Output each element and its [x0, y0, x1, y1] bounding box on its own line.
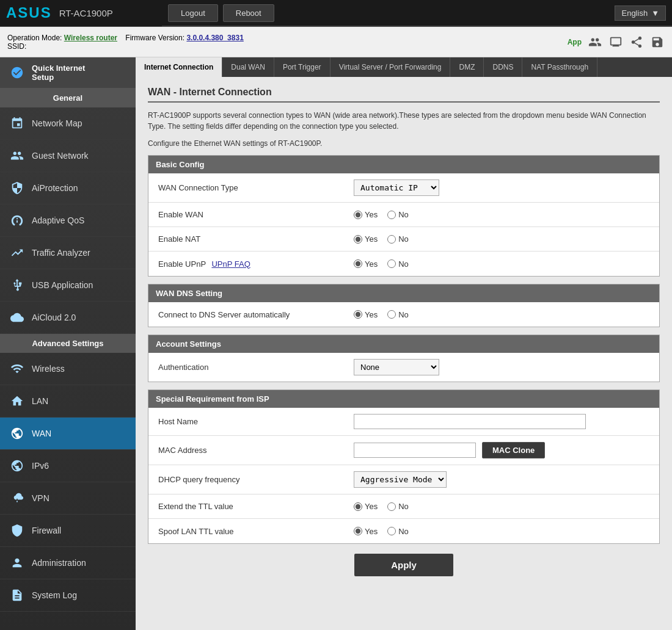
extend-ttl-yes-radio[interactable]	[354, 502, 362, 511]
enable-nat-control: Yes No	[354, 234, 649, 244]
sidebar-item-guest-network[interactable]: Guest Network	[0, 140, 136, 172]
spoof-ttl-yes[interactable]: Yes	[354, 527, 378, 536]
sidebar-item-adaptive-qos[interactable]: Adaptive QoS	[0, 205, 136, 237]
wan-icon	[9, 425, 26, 442]
apply-btn-bar: Apply	[148, 544, 660, 586]
sidebar-item-traffic-analyzer[interactable]: Traffic Analyzer	[0, 237, 136, 269]
sidebar-item-ipv6[interactable]: IPv6	[0, 450, 136, 482]
administration-label: Administration	[32, 558, 86, 568]
dhcp-query-row: DHCP query frequency Aggressive Mode Nor…	[148, 465, 659, 494]
header: ASUS RT-AC1900P Logout Reboot English ▼	[0, 0, 672, 27]
people-icon[interactable]	[588, 35, 602, 49]
wireless-label: Wireless	[32, 364, 65, 374]
mac-address-row: MAC Address MAC Clone	[148, 436, 659, 465]
wan-label: WAN	[32, 429, 51, 438]
host-name-input[interactable]	[354, 414, 586, 429]
authentication-select[interactable]: None PAP CHAP MS-CHAP MS-CHAPv2	[354, 359, 439, 375]
language-selector[interactable]: English ▼	[615, 5, 666, 21]
upnp-faq-link[interactable]: UPnP FAQ	[211, 259, 250, 269]
general-section-header: General	[0, 89, 136, 107]
tab-virtual-server[interactable]: Virtual Server / Port Forwarding	[331, 57, 451, 77]
authentication-control: None PAP CHAP MS-CHAP MS-CHAPv2	[354, 359, 649, 375]
sidebar-item-quick-setup[interactable]: Quick InternetSetup	[0, 57, 136, 89]
enable-wan-yes[interactable]: Yes	[354, 210, 378, 219]
dns-auto-row: Connect to DNS Server automatically Yes …	[148, 302, 659, 327]
firmware-version-link[interactable]: 3.0.0.4.380_3831	[186, 34, 243, 42]
host-name-label: Host Name	[158, 417, 354, 426]
enable-nat-no-radio[interactable]	[387, 235, 396, 244]
dns-auto-no[interactable]: No	[387, 310, 409, 319]
dhcp-query-select[interactable]: Aggressive Mode Normal Mode	[354, 471, 447, 488]
tabs-bar: Internet Connection Dual WAN Port Trigge…	[136, 57, 672, 77]
enable-wan-no-radio[interactable]	[387, 211, 396, 219]
tab-dmz[interactable]: DMZ	[450, 57, 484, 77]
operation-mode-link[interactable]: Wireless router	[64, 34, 117, 42]
sidebar-item-vpn[interactable]: VPN	[0, 482, 136, 515]
quick-setup-label: Quick InternetSetup	[32, 63, 85, 82]
spoof-ttl-label: Spoof LAN TTL value	[158, 527, 354, 536]
enable-nat-radio-group: Yes No	[354, 234, 409, 244]
mac-address-input[interactable]	[354, 443, 476, 458]
enable-upnp-no-radio[interactable]	[387, 259, 396, 268]
extend-ttl-no[interactable]: No	[387, 502, 409, 511]
header-buttons: Logout Reboot	[162, 4, 280, 22]
sidebar-item-wireless[interactable]: Wireless	[0, 353, 136, 385]
enable-upnp-label: Enable UPnP UPnP FAQ	[158, 259, 354, 269]
reboot-button[interactable]: Reboot	[223, 4, 274, 22]
dns-auto-control: Yes No	[354, 310, 649, 319]
sidebar-item-network-map[interactable]: Network Map	[0, 107, 136, 140]
top-icons: App	[568, 35, 665, 49]
share-icon[interactable]	[629, 35, 644, 49]
extend-ttl-yes[interactable]: Yes	[354, 502, 378, 511]
enable-wan-control: Yes No	[354, 210, 649, 219]
sidebar-item-aiprotection[interactable]: AiProtection	[0, 172, 136, 205]
tab-port-trigger[interactable]: Port Trigger	[274, 57, 331, 77]
tab-ddns[interactable]: DDNS	[484, 57, 522, 77]
sidebar-item-system-log[interactable]: System Log	[0, 579, 136, 612]
tab-nat-passthrough[interactable]: NAT Passthrough	[522, 57, 597, 77]
extend-ttl-no-radio[interactable]	[387, 502, 396, 511]
basic-config-body: WAN Connection Type Automatic IP PPPoE P…	[148, 173, 659, 276]
logout-button[interactable]: Logout	[168, 4, 218, 22]
sidebar-item-administration[interactable]: Administration	[0, 547, 136, 579]
enable-wan-yes-radio[interactable]	[354, 211, 362, 219]
tab-dual-wan[interactable]: Dual WAN	[222, 57, 274, 77]
enable-upnp-yes-radio[interactable]	[354, 259, 362, 268]
sidebar-item-firewall[interactable]: Firewall	[0, 515, 136, 547]
wan-connection-type-control: Automatic IP PPPoE PPTP L2TP Static IP	[354, 179, 649, 196]
ipv6-label: IPv6	[32, 461, 49, 471]
sidebar-item-aicloud[interactable]: AiCloud 2.0	[0, 302, 136, 334]
spoof-ttl-radio-group: Yes No	[354, 527, 409, 536]
dns-auto-yes-radio[interactable]	[354, 310, 362, 319]
monitor-icon[interactable]	[608, 35, 623, 49]
wan-connection-type-select[interactable]: Automatic IP PPPoE PPTP L2TP Static IP	[354, 179, 439, 196]
mac-clone-button[interactable]: MAC Clone	[482, 442, 545, 458]
app-label[interactable]: App	[568, 38, 582, 46]
usb-application-label: USB Application	[32, 280, 93, 290]
mac-address-control: MAC Clone	[354, 442, 649, 458]
firmware-label: Firmware Version:	[125, 34, 184, 42]
sidebar-item-lan[interactable]: LAN	[0, 385, 136, 418]
apply-button[interactable]: Apply	[354, 554, 453, 576]
spoof-ttl-yes-radio[interactable]	[354, 527, 362, 535]
enable-upnp-row: Enable UPnP UPnP FAQ Yes No	[148, 252, 659, 276]
enable-nat-yes-radio[interactable]	[354, 235, 362, 244]
save-icon[interactable]	[650, 35, 665, 49]
dns-auto-no-radio[interactable]	[387, 310, 396, 319]
tab-internet-connection[interactable]: Internet Connection	[136, 57, 222, 77]
enable-upnp-no[interactable]: No	[387, 259, 409, 269]
dns-auto-yes[interactable]: Yes	[354, 310, 378, 319]
wan-dns-header: WAN DNS Setting	[148, 284, 659, 302]
dns-auto-radio-group: Yes No	[354, 310, 409, 319]
enable-nat-yes[interactable]: Yes	[354, 234, 378, 244]
sidebar-item-usb-application[interactable]: USB Application	[0, 269, 136, 302]
enable-nat-no[interactable]: No	[387, 234, 409, 244]
adaptive-qos-label: Adaptive QoS	[32, 215, 84, 225]
spoof-ttl-no[interactable]: No	[387, 527, 409, 536]
enable-wan-no[interactable]: No	[387, 210, 409, 219]
page-title: WAN - Internet Connection	[148, 87, 660, 103]
sidebar-item-wan[interactable]: WAN	[0, 418, 136, 450]
enable-upnp-yes[interactable]: Yes	[354, 259, 378, 269]
traffic-analyzer-label: Traffic Analyzer	[32, 248, 90, 258]
spoof-ttl-no-radio[interactable]	[387, 527, 396, 535]
